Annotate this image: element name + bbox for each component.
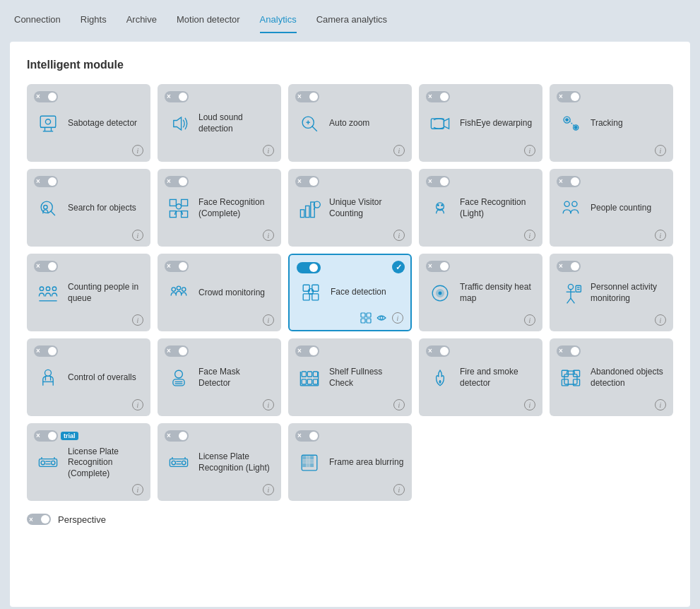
- card-footer-license-plate-complete: i: [34, 484, 143, 495]
- toggle-traffic-density[interactable]: ×: [426, 261, 450, 272]
- card-body-abandoned-objects: Abandoned objects detection: [557, 361, 666, 395]
- face-sub-icon2[interactable]: [375, 312, 388, 324]
- section-title: Intelligent module: [27, 59, 673, 71]
- face-mask-icon: [165, 364, 193, 392]
- nav-archive[interactable]: Archive: [126, 8, 157, 33]
- nav-connection[interactable]: Connection: [14, 8, 61, 33]
- toggle-frame-blurring[interactable]: ×: [295, 430, 319, 442]
- toggle-fire-smoke[interactable]: ×: [426, 345, 450, 357]
- toggle-license-plate-complete[interactable]: ×: [34, 430, 58, 442]
- card-footer-counting-queue: i: [34, 314, 143, 326]
- face-sub-icon1[interactable]: [360, 312, 372, 324]
- card-shelf-fullness[interactable]: × Shelf Fullness Checki: [288, 338, 412, 416]
- card-loud-sound[interactable]: × Loud sound detectioni: [158, 84, 281, 162]
- card-frame-blurring[interactable]: × Frame area blurringi: [288, 423, 412, 501]
- card-footer-face-detection: i: [297, 312, 403, 324]
- card-face-detection[interactable]: Face detection i: [288, 254, 412, 331]
- info-icon-crowd-monitoring[interactable]: i: [263, 314, 274, 326]
- info-icon-license-plate-complete[interactable]: i: [132, 484, 143, 495]
- toggle-license-plate-light[interactable]: ×: [165, 430, 189, 442]
- toggle-counting-queue[interactable]: ×: [34, 261, 58, 272]
- info-icon-frame-blurring[interactable]: i: [393, 484, 405, 495]
- toggle-personnel-activity[interactable]: ×: [557, 261, 581, 272]
- toggle-fisheye[interactable]: ×: [426, 91, 450, 102]
- toggle-face-detection[interactable]: [297, 262, 321, 273]
- toggle-auto-zoom[interactable]: ×: [295, 91, 319, 102]
- toggle-loud-sound[interactable]: ×: [165, 91, 189, 102]
- card-search-objects[interactable]: × Search for objectsi: [27, 169, 150, 247]
- card-crowd-monitoring[interactable]: × Crowd monitoringi: [158, 254, 281, 331]
- svg-rect-11: [431, 119, 444, 129]
- toggle-row-face-recognition-light: ×: [426, 176, 535, 187]
- info-icon-search-objects[interactable]: i: [132, 230, 143, 241]
- card-body-search-objects: Search for objects: [34, 191, 143, 225]
- info-icon-face-detection[interactable]: i: [392, 312, 403, 324]
- card-traffic-density[interactable]: × Traffic density heat mapi: [419, 254, 542, 331]
- toggle-control-overalls[interactable]: ×: [34, 345, 58, 357]
- nav-camera-analytics[interactable]: Camera analytics: [316, 8, 387, 33]
- svg-rect-26: [306, 206, 309, 217]
- card-face-mask[interactable]: × Face Mask Detectori: [158, 338, 281, 416]
- card-body-frame-blurring: Frame area blurring: [295, 446, 405, 480]
- card-control-overalls[interactable]: × Control of overallsi: [27, 338, 150, 416]
- card-tracking[interactable]: × Trackingi: [550, 84, 673, 162]
- svg-point-35: [40, 287, 43, 290]
- info-icon-tracking[interactable]: i: [655, 145, 666, 156]
- toggle-sabotage[interactable]: ×: [34, 91, 58, 102]
- svg-rect-106: [311, 460, 314, 463]
- card-fisheye[interactable]: × FishEye dewarpingi: [419, 84, 542, 162]
- nav-analytics[interactable]: Analytics: [260, 8, 297, 33]
- toggle-search-objects[interactable]: ×: [34, 176, 58, 187]
- info-icon-sabotage[interactable]: i: [132, 145, 143, 156]
- toggle-shelf-fullness[interactable]: ×: [295, 345, 319, 357]
- toggle-row-frame-blurring: ×: [295, 430, 405, 442]
- card-sabotage[interactable]: × Sabotage detectori: [27, 84, 150, 162]
- card-personnel-activity[interactable]: × Personnel activity monitoringi: [550, 254, 673, 331]
- card-license-plate-light[interactable]: × License Plate Recognition (Light)i: [158, 423, 281, 501]
- info-icon-counting-queue[interactable]: i: [132, 314, 143, 326]
- perspective-toggle[interactable]: ×: [27, 514, 51, 525]
- svg-rect-76: [307, 379, 312, 384]
- card-label-frame-blurring: Frame area blurring: [329, 457, 403, 468]
- card-unique-visitor[interactable]: × Unique Visitor Countingi: [288, 169, 412, 247]
- info-icon-face-recognition-complete[interactable]: i: [263, 230, 274, 241]
- info-icon-loud-sound[interactable]: i: [263, 145, 274, 156]
- info-icon-traffic-density[interactable]: i: [524, 314, 535, 326]
- svg-rect-108: [307, 464, 309, 467]
- info-icon-abandoned-objects[interactable]: i: [655, 399, 666, 410]
- toggle-face-recognition-complete[interactable]: ×: [165, 176, 189, 187]
- info-icon-people-counting[interactable]: i: [655, 230, 666, 241]
- unique-visitor-icon: [295, 194, 324, 223]
- card-label-fisheye: FishEye dewarping: [460, 118, 532, 129]
- toggle-people-counting[interactable]: ×: [557, 176, 581, 187]
- svg-rect-105: [307, 460, 309, 463]
- toggle-unique-visitor[interactable]: ×: [295, 176, 319, 187]
- info-icon-fisheye[interactable]: i: [524, 145, 535, 156]
- info-icon-auto-zoom[interactable]: i: [393, 145, 405, 156]
- card-fire-smoke[interactable]: × Fire and smoke detectori: [419, 338, 542, 416]
- info-icon-face-mask[interactable]: i: [263, 399, 274, 410]
- info-icon-shelf-fullness[interactable]: i: [393, 399, 405, 410]
- info-icon-fire-smoke[interactable]: i: [524, 399, 535, 410]
- card-people-counting[interactable]: × People countingi: [550, 169, 673, 247]
- card-abandoned-objects[interactable]: × Abandoned objects detectioni: [550, 338, 673, 416]
- info-icon-control-overalls[interactable]: i: [132, 399, 143, 410]
- svg-rect-62: [576, 285, 581, 292]
- card-face-recognition-complete[interactable]: × Face Recognition (Complete)i: [158, 169, 281, 247]
- card-auto-zoom[interactable]: × Auto zoomi: [288, 84, 412, 162]
- info-icon-license-plate-light[interactable]: i: [263, 484, 274, 495]
- info-icon-unique-visitor[interactable]: i: [393, 230, 405, 241]
- toggle-face-recognition-light[interactable]: ×: [426, 176, 450, 187]
- toggle-row-traffic-density: ×: [426, 261, 535, 272]
- info-icon-personnel-activity[interactable]: i: [655, 314, 666, 326]
- toggle-tracking[interactable]: ×: [557, 91, 581, 102]
- toggle-face-mask[interactable]: ×: [165, 345, 189, 357]
- card-face-recognition-light[interactable]: × Face Recognition (Light)i: [419, 169, 542, 247]
- info-icon-face-recognition-light[interactable]: i: [524, 230, 535, 241]
- toggle-crowd-monitoring[interactable]: ×: [165, 261, 189, 272]
- card-counting-queue[interactable]: × Counting people in queuei: [27, 254, 150, 331]
- nav-rights[interactable]: Rights: [81, 8, 107, 33]
- toggle-abandoned-objects[interactable]: ×: [557, 345, 581, 357]
- card-license-plate-complete[interactable]: ×trial License Plate Recognition (Comple…: [27, 423, 150, 501]
- nav-motion-detector[interactable]: Motion detector: [177, 8, 240, 33]
